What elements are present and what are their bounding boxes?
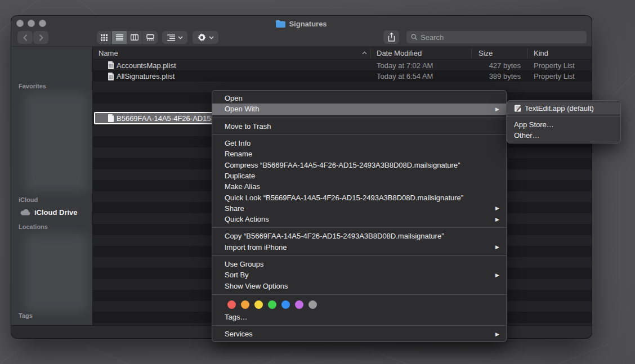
menu-item-label: Quick Actions bbox=[225, 215, 491, 223]
menu-item-label: Quick Look “B5669FAA-14A5-4F26-AD15-2493… bbox=[225, 194, 499, 202]
sidebar-item-icloud-drive[interactable]: iCloud Drive bbox=[20, 206, 91, 218]
file-kind: Property List bbox=[534, 61, 575, 70]
menu-item-share[interactable]: Share▶ bbox=[212, 203, 506, 214]
search-field[interactable] bbox=[406, 31, 587, 43]
menu-item-tags[interactable]: Tags… bbox=[212, 312, 506, 322]
textedit-app-icon bbox=[514, 105, 521, 112]
menu-item-get-info[interactable]: Get Info bbox=[212, 138, 506, 149]
list-view-button[interactable] bbox=[112, 31, 127, 44]
menu-item-label: Services bbox=[225, 330, 491, 338]
context-menu: Open Open With▶ Move to Trash Get Info R… bbox=[212, 90, 507, 342]
menu-item-label: Copy “B5669FAA-14A5-4F26-AD15-2493A3B8D0… bbox=[225, 232, 499, 240]
submenu-item-textedit[interactable]: TextEdit.app (default) bbox=[507, 102, 620, 114]
column-header-name[interactable]: Name bbox=[99, 49, 118, 57]
action-gear-dropdown[interactable] bbox=[193, 31, 218, 44]
plist-file-icon bbox=[108, 61, 114, 69]
menu-item-quick-look[interactable]: Quick Look “B5669FAA-14A5-4F26-AD15-2493… bbox=[212, 192, 506, 203]
submenu-arrow-icon: ▶ bbox=[495, 106, 499, 112]
close-button[interactable] bbox=[16, 20, 24, 27]
file-size: 389 bytes bbox=[489, 72, 521, 80]
menu-item-label: Share bbox=[225, 204, 491, 213]
menu-item-quick-actions[interactable]: Quick Actions▶ bbox=[212, 214, 506, 224]
share-button[interactable] bbox=[383, 30, 399, 44]
column-header-row: Name Date Modified Size Kind bbox=[93, 47, 592, 60]
menu-item-sort-by[interactable]: Sort By▶ bbox=[212, 269, 506, 280]
column-divider[interactable] bbox=[370, 48, 371, 58]
menu-item-services[interactable]: Services▶ bbox=[212, 329, 506, 339]
submenu-item-app-store[interactable]: App Store… bbox=[507, 119, 620, 130]
tag-blue[interactable] bbox=[281, 300, 290, 309]
wallpaper-line bbox=[84, 344, 193, 364]
menu-item-make-alias[interactable]: Make Alias bbox=[212, 181, 506, 192]
tag-purple[interactable] bbox=[295, 300, 303, 309]
search-input[interactable] bbox=[421, 33, 582, 42]
menu-item-label: Duplicate bbox=[225, 172, 499, 180]
file-row[interactable]: AccountsMap.plist Today at 7:02 AM 427 b… bbox=[93, 60, 592, 71]
tag-red[interactable] bbox=[227, 300, 236, 309]
file-kind: Property List bbox=[534, 72, 575, 80]
back-button[interactable] bbox=[17, 31, 33, 44]
minimize-button[interactable] bbox=[28, 20, 35, 27]
column-divider[interactable] bbox=[527, 48, 527, 58]
menu-item-move-to-trash[interactable]: Move to Trash bbox=[212, 121, 506, 132]
file-row[interactable]: AllSignatures.plist Today at 6:54 AM 389… bbox=[93, 71, 592, 82]
column-header-date-modified[interactable]: Date Modified bbox=[377, 49, 422, 57]
tag-orange[interactable] bbox=[241, 300, 249, 309]
menu-item-label: Sort By bbox=[225, 271, 491, 279]
sidebar-header-tags: Tags bbox=[19, 312, 33, 319]
tag-gray[interactable] bbox=[308, 300, 317, 309]
submenu-arrow-icon: ▶ bbox=[495, 272, 499, 278]
menu-item-open[interactable]: Open bbox=[212, 93, 506, 104]
column-divider[interactable] bbox=[471, 48, 472, 58]
tag-yellow[interactable] bbox=[254, 300, 263, 309]
menu-item-label: Tags… bbox=[225, 313, 499, 321]
open-with-submenu: TextEdit.app (default) App Store… Other… bbox=[507, 100, 621, 143]
menu-item-use-groups[interactable]: Use Groups bbox=[212, 259, 506, 269]
wallpaper-line bbox=[197, 346, 305, 364]
menu-item-import-from-iphone[interactable]: Import from iPhone▶ bbox=[212, 242, 506, 253]
group-by-dropdown[interactable] bbox=[162, 31, 187, 44]
gear-icon bbox=[198, 33, 206, 42]
file-date-modified: Today at 6:54 AM bbox=[377, 72, 433, 80]
menu-item-label: Open With bbox=[225, 105, 491, 113]
gallery-icon bbox=[146, 34, 154, 41]
file-size: 427 bytes bbox=[489, 61, 521, 70]
tag-green[interactable] bbox=[268, 300, 276, 309]
file-name: AccountsMap.plist bbox=[117, 61, 176, 70]
menu-item-label: Move to Trash bbox=[225, 122, 499, 131]
share-icon bbox=[388, 33, 395, 42]
menu-item-open-with[interactable]: Open With▶ bbox=[212, 104, 506, 114]
menu-item-rename[interactable]: Rename bbox=[212, 149, 506, 159]
column-view-button[interactable] bbox=[127, 31, 142, 44]
menu-separator bbox=[212, 134, 506, 135]
view-switcher bbox=[97, 31, 158, 44]
sidebar-header-favorites: Favorites bbox=[19, 83, 46, 89]
menu-item-compress[interactable]: Compress “B5669FAA-14A5-4F26-AD15-2493A3… bbox=[212, 159, 506, 170]
menu-item-show-view-options[interactable]: Show View Options bbox=[212, 280, 506, 291]
menu-item-label: Make Alias bbox=[225, 182, 499, 191]
submenu-arrow-icon: ▶ bbox=[495, 205, 499, 211]
menu-item-label: Compress “B5669FAA-14A5-4F26-AD15-2493A3… bbox=[225, 161, 499, 169]
gallery-view-button[interactable] bbox=[142, 31, 158, 44]
column-header-kind[interactable]: Kind bbox=[534, 49, 548, 57]
menu-item-label: Show View Options bbox=[225, 282, 499, 290]
search-icon bbox=[411, 34, 418, 41]
file-date-modified: Today at 7:02 AM bbox=[377, 61, 433, 70]
list-icon bbox=[116, 34, 123, 41]
group-list-icon bbox=[167, 34, 175, 41]
submenu-item-other[interactable]: Other… bbox=[507, 130, 620, 141]
menu-item-label: Get Info bbox=[225, 139, 499, 147]
menu-separator bbox=[212, 255, 506, 256]
menu-item-copy[interactable]: Copy “B5669FAA-14A5-4F26-AD15-2493A3B8D0… bbox=[212, 231, 506, 241]
menu-item-duplicate[interactable]: Duplicate bbox=[212, 170, 506, 181]
column-header-size[interactable]: Size bbox=[479, 49, 493, 57]
chevron-down-icon bbox=[178, 36, 183, 39]
forward-button[interactable] bbox=[33, 31, 48, 44]
menu-item-label: Import from iPhone bbox=[225, 243, 491, 251]
zoom-button[interactable] bbox=[39, 20, 46, 27]
menu-separator bbox=[507, 116, 620, 117]
file-name: AllSignatures.plist bbox=[117, 72, 175, 80]
menu-separator bbox=[212, 227, 506, 228]
icon-view-button[interactable] bbox=[97, 31, 112, 44]
chevron-down-icon bbox=[209, 36, 214, 39]
